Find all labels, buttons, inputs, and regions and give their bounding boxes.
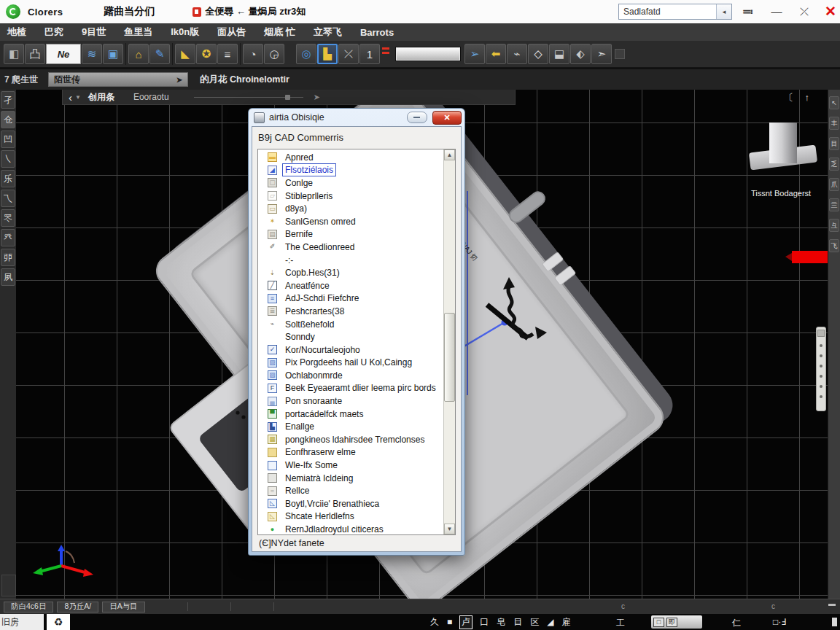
toolbar-button[interactable]: ◎ xyxy=(296,44,316,64)
toolbar-button[interactable]: ✪ xyxy=(196,44,217,64)
taskbar-icon[interactable]: 雇 xyxy=(561,616,570,629)
command-list-item[interactable]: ▱ Stibleprlleris xyxy=(258,190,443,203)
toolbar-button[interactable]: ⌂ xyxy=(128,44,149,64)
caret-down-icon[interactable]: ▼ xyxy=(75,94,81,101)
tray-button[interactable]: □ xyxy=(653,618,664,627)
command-list-item[interactable]: ▙ Enallge xyxy=(258,420,443,433)
command-list-item[interactable]: ▦ pongkineos ldahirsdee Tremclonses xyxy=(258,433,443,446)
menu-item[interactable]: 立琴飞 xyxy=(314,26,342,39)
toolbar-button[interactable]: ▙ xyxy=(317,44,338,64)
toolbar-button[interactable]: ◣ xyxy=(175,44,195,64)
command-list-item[interactable]: ▤ Bernife xyxy=(258,228,443,241)
side-tool-button[interactable]: 爪 xyxy=(829,178,839,191)
toolbar-button[interactable]: ⬖ xyxy=(570,44,591,64)
command-list-item[interactable]: = Rellce xyxy=(258,484,443,497)
side-tool-button[interactable]: 孑 xyxy=(1,91,15,109)
command-list-item[interactable]: ≣ Peshcrartes(38 xyxy=(258,305,443,318)
side-tool-button[interactable]: 癶 xyxy=(1,229,15,246)
dialog-title-bar[interactable]: airtia Obisiqie ✕ xyxy=(252,109,462,126)
toolbar-button[interactable]: ⬓ xyxy=(549,44,569,64)
menu-item[interactable]: 鱼里当 xyxy=(124,26,152,39)
side-tool-button[interactable]: 夙 xyxy=(1,268,15,286)
taskbar-right-icon[interactable]: 仁 xyxy=(732,617,741,629)
toolbar-button[interactable]: ≋ xyxy=(82,44,102,64)
recycle-icon[interactable]: ♻ xyxy=(47,614,70,630)
side-tool-button[interactable]: 乏 xyxy=(829,158,839,171)
command-list-item[interactable]: Nemiatrà Icldeing xyxy=(258,472,443,485)
taskbar-icon[interactable]: 口 xyxy=(480,616,489,629)
command-list-item[interactable]: ● RernJdladroydul citiceras xyxy=(258,523,443,534)
toolbar-button[interactable]: ➢ xyxy=(464,44,485,64)
side-tool-button[interactable]: 罖 xyxy=(1,209,15,227)
toolbar-button[interactable] xyxy=(395,47,461,61)
command-list-item[interactable]: ▢ Conlge xyxy=(258,176,443,190)
side-tool-button[interactable]: 凹 xyxy=(1,131,15,148)
toolbar-button[interactable]: ≡ xyxy=(217,44,238,64)
taskbar-icon[interactable]: ■ xyxy=(447,617,452,627)
command-list-item[interactable]: ≡ AdJ-Schdi Fiefchre xyxy=(258,292,443,306)
dialog-minimize-button[interactable] xyxy=(407,112,427,123)
side-tool-button[interactable]: 丰 xyxy=(829,117,839,130)
side-tool-button[interactable]: 彑 xyxy=(829,219,839,232)
toolbar-button[interactable]: ◧ xyxy=(4,44,24,64)
side-tool-button[interactable]: 亖 xyxy=(829,198,839,211)
menu-item[interactable]: 烟底 忙 xyxy=(264,26,295,39)
command-list-item[interactable]: F Beek Eyeaeramt dlier leema pirc bords xyxy=(258,382,443,395)
taskbar-icon[interactable]: 久 xyxy=(430,616,439,629)
side-tool-button[interactable]: 仓 xyxy=(1,111,15,128)
taskbar-icon[interactable]: 目 xyxy=(513,616,522,629)
command-list-item[interactable]: ✶ SanlGensn omred xyxy=(258,215,443,228)
command-list-item[interactable]: ◢ Flsotziélaois xyxy=(258,164,443,177)
list-scrollbar[interactable]: ▲ ▼ xyxy=(443,149,455,534)
status-tab[interactable]: 防白4c6日 xyxy=(4,602,53,612)
toolbar-button[interactable]: ◔ xyxy=(243,44,263,64)
side-tool-button[interactable]: 戼 xyxy=(1,249,15,266)
scrollbar-track[interactable] xyxy=(444,160,455,524)
taskbar-icon[interactable]: ◢ xyxy=(547,617,553,627)
maximize-button[interactable]: ⤫ xyxy=(793,0,815,23)
command-list-item[interactable]: ⇣ Copb.Hes(31) xyxy=(258,266,443,279)
command-list-item[interactable]: -:- xyxy=(258,254,443,267)
menu-item[interactable]: Barrots xyxy=(360,27,394,38)
toolbar-button[interactable]: ▣ xyxy=(103,44,123,64)
status-tab[interactable]: 8乃丘A/ xyxy=(57,602,98,612)
menu-item[interactable]: Ik0n版 xyxy=(171,26,199,39)
nav-dropdown-value[interactable]: Eooraotu xyxy=(133,92,169,102)
status-tab[interactable]: 日A与目 xyxy=(102,602,145,612)
chevron-down-icon[interactable]: ◂ xyxy=(716,4,731,19)
command-list-item[interactable]: ⌁ Soltßehefold xyxy=(258,318,443,331)
side-tool-button[interactable]: ↖ xyxy=(829,96,839,109)
command-list-item[interactable]: Eonfhraserw elme xyxy=(258,446,443,459)
taskbar-icon[interactable]: 区 xyxy=(530,616,539,629)
side-tool-button[interactable]: 目 xyxy=(829,137,839,150)
tray-button[interactable]: 即 xyxy=(666,618,677,627)
command-list-item[interactable]: ✐ The Ceedlionreed xyxy=(258,241,443,254)
scroll-down-button[interactable]: ▼ xyxy=(444,524,455,534)
side-tool-button[interactable]: ㇏ xyxy=(1,150,15,168)
taskbar-icon[interactable]: 卢 xyxy=(460,616,472,629)
command-list-item[interactable]: ◺ Boytl,Vrciie' Brenathieca xyxy=(258,497,443,510)
taskbar-right-icon[interactable]: □·Ⅎ xyxy=(773,617,786,629)
nav-slider[interactable] xyxy=(194,97,303,98)
command-list-item[interactable]: ▀ portacádelfck maets xyxy=(258,408,443,421)
title-menu-item[interactable]: 躇曲当分们 xyxy=(104,5,155,18)
toolbar-input[interactable] xyxy=(396,47,460,61)
menu-item[interactable]: 9目世 xyxy=(82,26,106,39)
command-list-item[interactable]: ▭ d8ya) xyxy=(258,202,443,215)
command-list-item[interactable]: ▨ Ochlabonmrde xyxy=(258,369,443,382)
toolbar-button[interactable]: ➣ xyxy=(591,44,612,64)
command-list-item[interactable]: Sonndy xyxy=(258,330,443,343)
toolbar-button[interactable]: 凸 xyxy=(25,44,45,64)
side-tool-button[interactable]: 乐 xyxy=(1,170,15,187)
toolbar-button[interactable]: Ne xyxy=(46,44,81,64)
command-list-item[interactable]: ✓ Kor/Nocurtaleojoho xyxy=(258,343,443,357)
title-menu-item-2[interactable]: 全便尋 ← 量焗局 ztr3知 xyxy=(205,5,306,18)
scrollbar-thumb[interactable] xyxy=(444,313,455,402)
command-list-item[interactable]: ▄ Pon snoraante xyxy=(258,394,443,408)
dialog-close-button[interactable]: ✕ xyxy=(432,111,462,125)
toolbar-button[interactable]: ⤫ xyxy=(338,44,359,64)
command-list-item[interactable]: Wle-Ifx Some xyxy=(258,459,443,472)
nav-forward-icon[interactable]: ➤ xyxy=(314,93,320,102)
command-list-item[interactable]: ▨ Pix Porgdeehs hail U Kol,Caingg xyxy=(258,357,443,370)
toolbar-button[interactable]: ⬅ xyxy=(486,44,506,64)
